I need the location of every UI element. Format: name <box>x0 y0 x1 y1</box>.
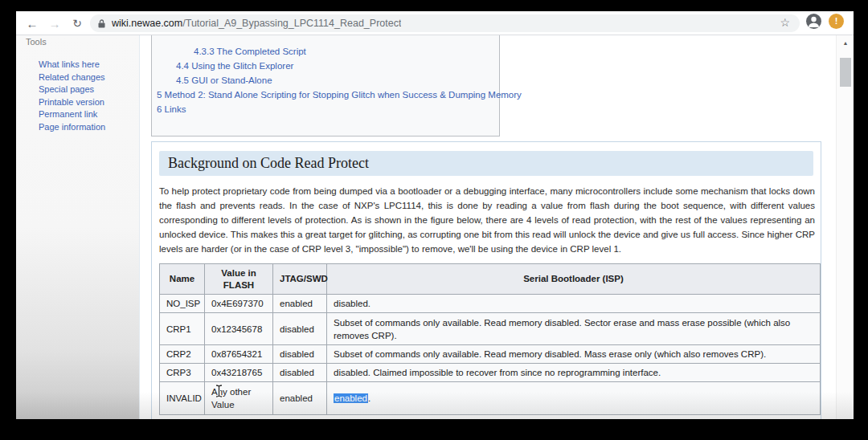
url-text: wiki.newae.com/Tutorial_A9_Bypassing_LPC… <box>112 18 401 29</box>
intro-paragraph: To help protect proprietary code from be… <box>159 184 815 256</box>
cell-jtag: enabled <box>273 382 327 415</box>
sidebar-item-related-changes[interactable]: Related changes <box>39 72 105 82</box>
url-domain: wiki.newae.com <box>112 18 182 29</box>
text-cursor-icon <box>215 384 223 398</box>
section-heading: Background on Code Read Protect <box>159 151 813 176</box>
cell-name: CRP2 <box>160 345 205 364</box>
scroll-up-icon[interactable]: ▲ <box>837 40 854 46</box>
cell-isp: enabled. <box>327 382 821 415</box>
forward-icon[interactable]: → <box>45 14 64 33</box>
cell-jtag: enabled <box>273 295 327 313</box>
sidebar-divider <box>139 35 140 419</box>
cell-name: INVALID <box>160 382 205 415</box>
cell-jtag: disabled <box>273 345 327 364</box>
article-content: Background on Code Read Protect To help … <box>151 141 821 419</box>
sidebar-item-what-links-here[interactable]: What links here <box>39 59 100 69</box>
address-bar[interactable]: wiki.newae.com/Tutorial_A9_Bypassing_LPC… <box>90 14 800 32</box>
col-header-isp: Serial Bootloader (ISP) <box>327 264 821 295</box>
url-path: /Tutorial_A9_Bypassing_LPC1114_Read_Prot… <box>182 18 401 29</box>
sidebar-item-page-information[interactable]: Page information <box>39 122 105 132</box>
back-icon[interactable]: ← <box>23 14 42 33</box>
table-of-contents: 4.3.3 The Completed Script 4.4 Using the… <box>151 31 500 136</box>
cell-flash: 0x12345678 <box>205 313 273 345</box>
bookmark-star-icon[interactable]: ☆ <box>780 16 790 29</box>
cell-flash: 0x4E697370 <box>205 295 273 313</box>
table-header-row: Name Value in FLASH JTAG/SWD Serial Boot… <box>160 264 821 295</box>
sidebar-tools-title: Tools <box>26 37 47 47</box>
table-row: CRP1 0x12345678 disabled Subset of comma… <box>160 313 821 345</box>
wiki-page: Tools What links here Related changes Sp… <box>16 35 854 419</box>
crp-levels-table: Name Value in FLASH JTAG/SWD Serial Boot… <box>159 263 821 415</box>
cell-name: CRP3 <box>160 364 205 382</box>
col-header-jtag: JTAG/SWD <box>273 264 327 295</box>
cell-flash: Any other Value <box>205 382 273 415</box>
cell-flash: 0x43218765 <box>205 364 273 382</box>
sidebar-item-printable-version[interactable]: Printable version <box>39 97 104 107</box>
cell-isp-suffix: . <box>368 393 371 403</box>
video-letterbox-frame: ← → ↻ wiki.newae.com/Tutorial_A9_Bypassi… <box>0 0 868 440</box>
profile-avatar-icon[interactable] <box>806 14 821 29</box>
col-header-name: Name <box>160 264 205 295</box>
cell-jtag: disabled <box>273 364 327 382</box>
cell-jtag: disabled <box>273 313 327 345</box>
sidebar-item-special-pages[interactable]: Special pages <box>39 84 94 94</box>
vertical-scrollbar[interactable]: ▲ <box>836 35 854 419</box>
toc-item-6[interactable]: 6 Links <box>157 104 186 114</box>
toc-item-4-4[interactable]: 4.4 Using the Glitch Explorer <box>176 61 293 71</box>
toc-item-5[interactable]: 5 Method 2: Stand Alone Scripting for St… <box>157 90 522 100</box>
browser-toolbar: ← → ↻ wiki.newae.com/Tutorial_A9_Bypassi… <box>16 11 854 35</box>
cell-name: CRP1 <box>160 313 205 345</box>
table-row: CRP2 0x87654321 disabled Subset of comma… <box>160 345 821 364</box>
table-row: NO_ISP 0x4E697370 enabled disabled. <box>160 295 821 313</box>
table-row: CRP3 0x43218765 disabled disabled. Claim… <box>160 364 821 382</box>
table-row: INVALID Any other Value enabled enabled. <box>160 382 821 415</box>
cell-isp: disabled. <box>327 295 821 313</box>
col-header-flash: Value in FLASH <box>205 264 273 295</box>
toc-item-4-3-3[interactable]: 4.3.3 The Completed Script <box>194 47 306 56</box>
sidebar-item-permanent-link[interactable]: Permanent link <box>39 109 97 119</box>
browser-update-icon[interactable]: ! <box>829 14 844 29</box>
cell-name: NO_ISP <box>160 295 205 313</box>
cell-isp: disabled. Claimed impossible to recover … <box>327 364 821 382</box>
sidebar: Tools What links here Related changes Sp… <box>16 35 139 419</box>
reload-icon[interactable]: ↻ <box>68 14 87 33</box>
https-lock-icon <box>98 19 105 28</box>
cell-flash: 0x87654321 <box>205 345 273 364</box>
cell-isp: Subset of commands only available. Read … <box>327 345 821 364</box>
toc-item-4-5[interactable]: 4.5 GUI or Stand-Alone <box>176 75 272 85</box>
scrollbar-thumb[interactable] <box>840 58 851 87</box>
cell-isp: Subset of commands only available. Read … <box>327 313 821 345</box>
selected-text: enabled <box>334 393 368 403</box>
browser-window: ← → ↻ wiki.newae.com/Tutorial_A9_Bypassi… <box>16 11 854 419</box>
